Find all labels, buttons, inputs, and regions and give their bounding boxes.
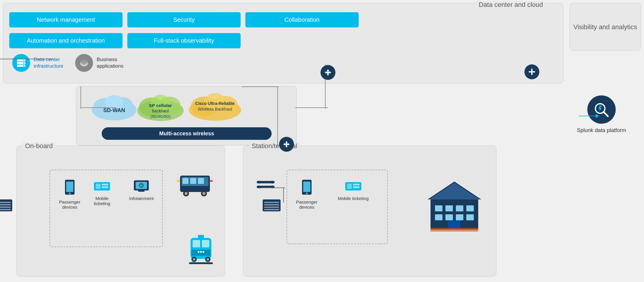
svg-point-85 — [200, 251, 202, 253]
svg-text:backhaul: backhaul — [152, 109, 169, 113]
wireless-move-arrows-icon — [321, 65, 335, 80]
svg-point-8 — [81, 60, 87, 63]
svg-rect-66 — [198, 178, 204, 184]
svg-rect-114 — [435, 205, 442, 211]
button-row-1: Network management Security Collaboratio… — [9, 12, 359, 27]
splunk-icon — [587, 95, 616, 124]
svg-rect-97 — [264, 209, 279, 210]
station-building-icon — [425, 176, 484, 236]
multi-access-bar: Multi-access wireless — [102, 127, 272, 140]
visibility-label: Visibility and analytics — [573, 22, 637, 32]
svg-rect-67 — [180, 186, 210, 190]
station-wireless-line-h — [242, 86, 279, 87]
svg-rect-105 — [303, 182, 310, 192]
svg-rect-117 — [466, 205, 474, 211]
data-center-infra-item: Data center infrastructure — [12, 54, 63, 72]
automation-button[interactable]: Automation and orchestration — [9, 33, 123, 48]
svg-rect-119 — [445, 214, 453, 220]
svg-rect-123 — [431, 228, 478, 230]
svg-point-3 — [23, 60, 24, 61]
svg-point-84 — [198, 251, 199, 253]
arrow-to-splunk — [579, 116, 597, 116]
svg-rect-56 — [102, 186, 108, 188]
svg-rect-42 — [0, 207, 11, 208]
svg-point-79 — [193, 258, 195, 261]
station-wireless-line-v — [277, 86, 278, 146]
svg-rect-115 — [445, 205, 453, 211]
svg-point-4 — [23, 63, 24, 64]
svg-marker-102 — [257, 185, 259, 189]
svg-marker-103 — [272, 185, 275, 189]
sdwan-cloud-icon: SD-WAN — [88, 91, 140, 120]
svg-rect-109 — [353, 184, 360, 185]
main-diagram: Data center and cloud Network management… — [0, 0, 644, 282]
wireless-section: SD-WAN SP cellular backhaul (3G/4G/5G) C… — [76, 86, 297, 145]
svg-rect-72 — [177, 180, 180, 182]
passenger-devices-onboard: Passenger devices — [59, 179, 80, 210]
svg-point-106 — [306, 193, 308, 194]
svg-rect-110 — [353, 186, 360, 188]
svg-rect-108 — [347, 184, 352, 189]
data-center-infra-icon — [12, 54, 30, 72]
svg-rect-116 — [456, 205, 463, 211]
splunk-label: Splunk data platform — [577, 127, 626, 134]
data-center-box: Data center and cloud Network management… — [3, 3, 564, 83]
svg-point-81 — [207, 258, 209, 261]
mobile-ticketing-onboard: Mobile ticketing — [93, 179, 111, 206]
svg-rect-43 — [0, 209, 11, 210]
svg-rect-64 — [182, 178, 188, 184]
svg-marker-99 — [257, 180, 259, 184]
datacenter-move-arrows-icon — [524, 64, 539, 79]
svg-marker-113 — [429, 183, 480, 199]
collaboration-button[interactable]: Collaboration — [245, 12, 359, 27]
svg-rect-94 — [264, 202, 279, 203]
svg-rect-41 — [0, 204, 11, 205]
svg-rect-83 — [198, 235, 204, 238]
network-management-button[interactable]: Network management — [9, 12, 123, 27]
svg-rect-118 — [435, 214, 442, 220]
business-apps-item: Business applications — [75, 54, 123, 72]
svg-rect-75 — [193, 240, 200, 247]
svg-point-86 — [202, 251, 204, 253]
horiz-line-wireless-right — [295, 107, 328, 108]
svg-rect-40 — [0, 202, 11, 203]
svg-text:SD-WAN: SD-WAN — [103, 107, 125, 113]
station-dashed-box: Passenger devices Mobile ticketing — [287, 170, 388, 244]
business-apps-icon — [75, 54, 93, 72]
svg-rect-82 — [189, 262, 213, 264]
mobile-ticketing-station: Mobile ticketing — [338, 179, 369, 201]
bus-icon — [177, 170, 213, 201]
svg-rect-121 — [466, 214, 474, 220]
svg-rect-73 — [210, 180, 213, 182]
svg-rect-65 — [190, 178, 196, 184]
svg-point-71 — [202, 192, 205, 195]
passenger-devices-station: Passenger devices — [296, 179, 318, 210]
vert-line-right — [325, 80, 326, 109]
svg-marker-100 — [272, 180, 275, 184]
svg-rect-51 — [66, 182, 73, 192]
infotainment-onboard: Infotainment — [129, 179, 154, 201]
security-button[interactable]: Security — [127, 12, 241, 27]
station-network-switch — [261, 196, 282, 216]
svg-marker-127 — [598, 106, 602, 113]
visibility-box: Visibility and analytics — [569, 3, 641, 51]
onboard-network-switch — [0, 193, 14, 216]
svg-text:SP cellular: SP cellular — [149, 103, 172, 108]
data-center-label: Data center and cloud — [476, 1, 545, 9]
onboard-dashed-box: Passenger devices Mobile ticketing — [49, 170, 163, 247]
svg-text:(3G/4G/5G): (3G/4G/5G) — [150, 114, 171, 119]
onboard-section: On-board — [16, 145, 225, 277]
svg-point-5 — [23, 65, 24, 66]
svg-rect-92 — [285, 144, 288, 145]
sp-cellular-cloud-icon: SP cellular backhaul (3G/4G/5G) — [133, 89, 188, 122]
svg-rect-96 — [264, 207, 279, 208]
lr-arrows-icon — [255, 179, 276, 192]
button-row-2: Automation and orchestration Full-stack … — [9, 33, 241, 48]
station-section: Station/terminal — [243, 145, 496, 277]
svg-rect-61 — [138, 190, 145, 192]
fullstack-button[interactable]: Full-stack observability — [127, 33, 241, 48]
cisco-wireless-cloud-icon: Cisco Ultra-Reliable Wireless Backhaul — [184, 89, 246, 121]
station-move-arrows-icon — [279, 137, 294, 152]
svg-rect-95 — [264, 204, 279, 205]
svg-line-126 — [603, 112, 608, 116]
